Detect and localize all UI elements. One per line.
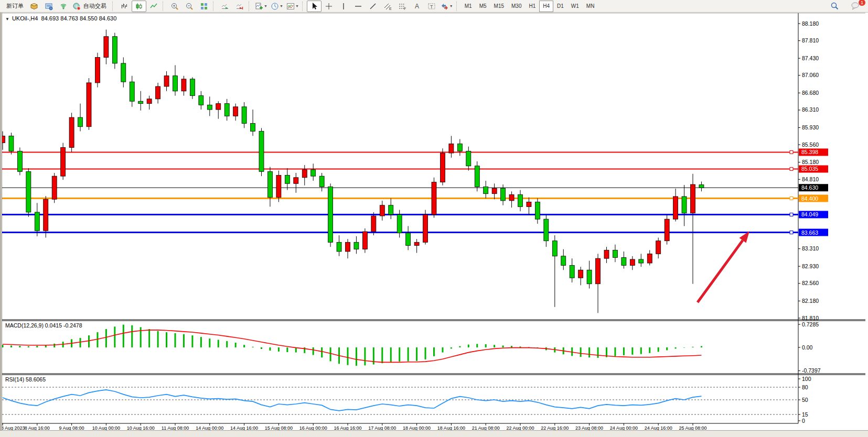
tile-windows-button[interactable] — [197, 1, 211, 12]
periods-icon — [271, 2, 279, 10]
text-label-icon: T — [427, 2, 436, 10]
separator — [302, 2, 305, 11]
candle-body — [216, 104, 221, 110]
fibonacci-button[interactable]: F — [395, 1, 410, 12]
chart-shift-button[interactable] — [232, 1, 247, 12]
candle-body — [665, 219, 669, 241]
candle-body — [319, 176, 324, 187]
candle-body — [371, 216, 376, 232]
vertical-line-button[interactable] — [336, 1, 351, 12]
channel-button[interactable]: E — [380, 1, 395, 12]
candle-body — [251, 124, 255, 132]
price-tick-label: 84.810 — [802, 176, 819, 182]
candle-body — [440, 153, 445, 182]
candle-body — [199, 96, 203, 105]
market-watch-button[interactable] — [27, 1, 41, 12]
text-label-button[interactable]: T — [424, 1, 439, 12]
arrows-button[interactable]: ▼ — [439, 1, 455, 12]
candle-body — [346, 242, 350, 252]
candle-body — [9, 136, 14, 151]
price-tag-label: 84.630 — [801, 184, 818, 191]
chart-canvas[interactable]: 88.18087.81087.43087.06086.68086.31085.9… — [0, 0, 868, 437]
line-chart-button[interactable] — [146, 1, 161, 12]
price-tick-label: 86.680 — [802, 90, 819, 96]
candle-body — [596, 258, 601, 284]
annotation-arrow-shaft[interactable] — [698, 241, 743, 302]
zoom-out-button[interactable] — [182, 1, 197, 12]
price-tick-label: 87.430 — [802, 55, 819, 61]
cursor-button[interactable] — [307, 1, 322, 12]
tab-timeframe-h4[interactable]: H4 — [539, 1, 553, 12]
candle-body — [699, 185, 704, 188]
bar-chart-icon — [120, 2, 128, 10]
new-chart-button[interactable]: ▼ — [253, 1, 269, 12]
new-order-button[interactable]: 新订单 — [3, 1, 27, 12]
crosshair-button[interactable] — [322, 1, 336, 12]
tab-timeframe-m5[interactable]: M5 — [476, 1, 490, 12]
candle-body — [354, 242, 359, 249]
autotrade-button[interactable]: 自动交易 — [71, 1, 111, 12]
text-button[interactable]: A — [410, 1, 424, 12]
window-bottom-edge — [0, 430, 868, 437]
tab-timeframe-d1[interactable]: D1 — [553, 1, 567, 12]
price-tick-label: 88.180 — [802, 20, 819, 27]
price-tick-label: 87.060 — [802, 72, 819, 78]
data-window-button[interactable] — [41, 1, 56, 12]
candle-body — [380, 205, 384, 216]
chevron-down-icon: ▼ — [280, 4, 283, 8]
line-handle[interactable] — [790, 231, 793, 234]
price-tick-label: 82.560 — [802, 280, 819, 286]
zoom-out-icon — [185, 2, 194, 10]
tab-timeframe-mn[interactable]: MN — [583, 1, 598, 12]
periods-button[interactable]: ▼ — [269, 1, 285, 12]
chevron-down-icon: ▼ — [264, 4, 267, 8]
candle-body — [302, 170, 307, 178]
tab-timeframe-m1[interactable]: M1 — [461, 1, 476, 12]
notification-badge: 1 — [858, 0, 866, 6]
candle-body — [294, 178, 298, 183]
signals-button[interactable] — [56, 1, 71, 12]
indicators-button[interactable]: ▼ — [285, 1, 301, 12]
macd-axis-label: 0.00 — [802, 344, 813, 351]
tab-timeframe-m30[interactable]: M30 — [508, 1, 525, 12]
candle-body — [224, 104, 229, 116]
candle-body — [570, 265, 574, 278]
tab-timeframe-h1[interactable]: H1 — [525, 1, 539, 12]
line-handle[interactable] — [790, 167, 793, 170]
candle-body — [156, 86, 160, 99]
one-click-trading-toggle[interactable]: ▼ — [5, 17, 9, 21]
auto-scroll-button[interactable] — [218, 1, 232, 12]
autotrade-icon — [72, 2, 81, 10]
price-tick-label: 83.310 — [802, 245, 819, 252]
chat-button[interactable]: 1 — [848, 1, 863, 12]
line-handle[interactable] — [790, 197, 793, 200]
zoom-in-button[interactable] — [167, 1, 182, 12]
bar-chart-button[interactable] — [117, 1, 132, 12]
horizontal-line-button[interactable] — [351, 1, 366, 12]
rsi-axis-label: 0 — [802, 418, 805, 424]
chart-title: ▼UKOil-,H4 84.693 84.763 84.550 84.630 — [5, 15, 116, 21]
tab-timeframe-m15[interactable]: M15 — [490, 1, 508, 12]
candle-body — [389, 205, 393, 215]
mt4-window: 88.18087.81087.43087.06086.68086.31085.9… — [0, 0, 868, 437]
candle-body — [484, 187, 488, 193]
candle-body — [457, 144, 462, 151]
line-handle[interactable] — [790, 150, 793, 154]
candle-body — [691, 184, 695, 213]
rsi-axis-label: 100 — [802, 376, 811, 382]
trendline-button[interactable] — [366, 1, 380, 12]
tab-timeframe-w1[interactable]: W1 — [567, 1, 583, 12]
candle-body — [311, 170, 316, 176]
macd-axis-label: -0.7397 — [802, 367, 821, 374]
search-button[interactable] — [827, 1, 842, 12]
separator — [249, 2, 252, 11]
new-chart-icon — [255, 2, 263, 10]
candle-body — [449, 144, 454, 153]
fibonacci-icon: F — [398, 2, 406, 10]
candle-body — [587, 270, 592, 283]
line-handle[interactable] — [790, 213, 793, 216]
svg-text:T: T — [430, 4, 433, 9]
candlestick-chart-button[interactable] — [132, 1, 146, 12]
candle-body — [578, 270, 583, 278]
candle-body — [207, 105, 212, 110]
